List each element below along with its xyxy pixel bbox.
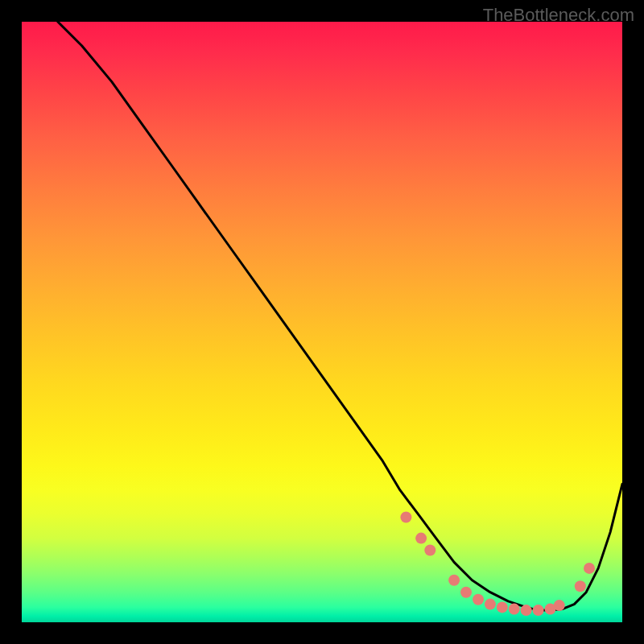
svg-point-3	[448, 575, 460, 586]
svg-point-5	[473, 594, 484, 605]
chart-svg	[22, 22, 622, 622]
svg-point-4	[460, 587, 472, 598]
svg-point-1	[415, 533, 427, 544]
curve-markers	[400, 512, 595, 617]
svg-point-14	[584, 563, 595, 574]
svg-point-12	[554, 600, 565, 611]
svg-point-10	[533, 605, 544, 616]
svg-point-8	[509, 604, 520, 615]
svg-point-2	[424, 545, 436, 556]
svg-point-9	[521, 605, 532, 616]
watermark-text: TheBottleneck.com	[483, 5, 634, 26]
plot-area	[22, 22, 622, 622]
svg-point-6	[485, 599, 496, 610]
svg-point-0	[400, 512, 411, 523]
svg-point-7	[497, 601, 508, 613]
svg-point-13	[575, 580, 586, 592]
curve-line	[58, 22, 622, 610]
